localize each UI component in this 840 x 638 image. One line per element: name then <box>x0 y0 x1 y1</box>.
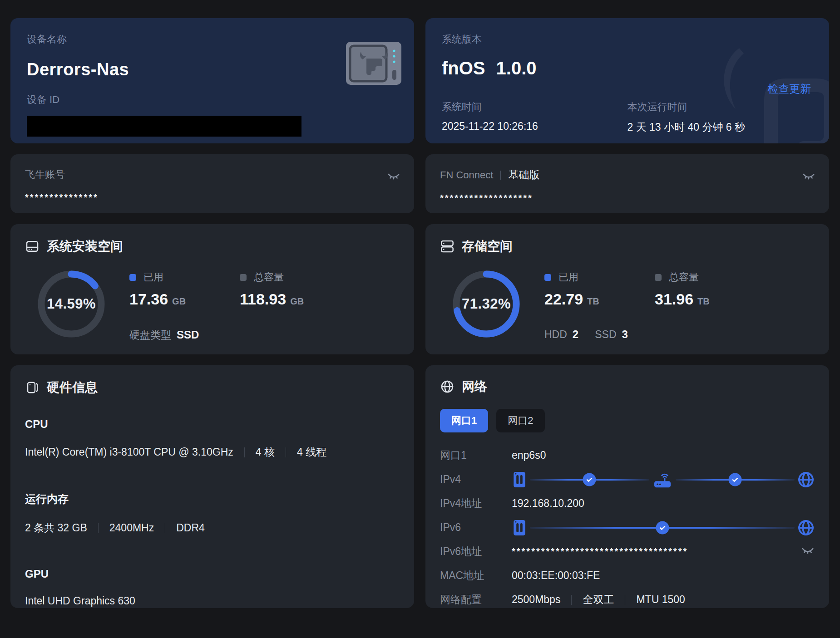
network-card: 网络 网口1 网口2 网口1 enp6s0 IPv4 <box>425 365 829 608</box>
os-version: 1.0.0 <box>496 58 537 79</box>
total-label: 总容量 <box>254 270 284 284</box>
ipv4-label: IPv4 <box>440 473 512 486</box>
mac-address-label: MAC地址 <box>440 569 512 583</box>
fn-connect-card: FN Connect 基础版 ******************* <box>425 154 829 213</box>
storage-icon <box>440 239 455 254</box>
fn-account-card: 飞牛账号 *************** <box>10 154 414 213</box>
used-label: 已用 <box>143 270 163 284</box>
link-segment <box>530 479 649 481</box>
system-space-title: 系统安装空间 <box>47 238 123 255</box>
hardware-card: 硬件信息 CPU Intel(R) Core(TM) i3-8100T CPU … <box>10 365 414 608</box>
ipv6-status-row: IPv6 <box>440 515 815 540</box>
check-circle-icon <box>583 473 596 486</box>
dashboard: 设备名称 Derrors-Nas 设备 ID 系统版本 <box>10 18 829 608</box>
hardware-title: 硬件信息 <box>47 379 98 396</box>
router-icon <box>652 471 673 489</box>
total-value: 118.93 <box>240 290 286 308</box>
ssd-label: SSD <box>595 329 616 341</box>
fn-account-label: 飞牛账号 <box>25 168 65 182</box>
status-led-dots <box>393 49 395 63</box>
fn-connect-label: FN Connect <box>440 169 493 181</box>
total-legend-swatch <box>655 274 662 281</box>
storage-donut: 71.32% <box>450 268 523 340</box>
nas-icon <box>512 471 527 488</box>
divider <box>571 595 572 605</box>
interface-row: 网口1 enp6s0 <box>440 443 815 467</box>
device-card: 设备名称 Derrors-Nas 设备 ID <box>10 18 414 143</box>
used-legend-swatch <box>129 274 136 281</box>
total-unit: TB <box>697 296 710 307</box>
interface-value: enp6s0 <box>512 449 815 461</box>
divider <box>625 595 625 605</box>
ipv6-address-label: IPv6地址 <box>440 545 512 559</box>
mac-address-row: MAC地址 00:03:EE:00:03:FE <box>440 564 815 588</box>
used-value: 22.79 <box>544 290 583 308</box>
link-segment <box>530 527 795 529</box>
used-unit: TB <box>587 296 599 307</box>
duplex-mode: 全双工 <box>583 593 614 607</box>
ipv6-address-masked: ************************************ <box>512 546 815 557</box>
os-name: fnOS <box>442 58 485 79</box>
hardware-icon <box>25 380 40 395</box>
network-config-label: 网络配置 <box>440 593 512 607</box>
storage-percent: 71.32% <box>450 268 523 340</box>
internet-globe-icon <box>797 471 815 488</box>
used-value: 17.36 <box>129 290 168 308</box>
system-time-label: 系统时间 <box>442 100 628 114</box>
network-globe-icon <box>440 379 455 394</box>
eye-closed-icon[interactable] <box>802 170 815 185</box>
used-legend-swatch <box>544 274 551 281</box>
disk-type-value: SSD <box>177 329 199 341</box>
hdd-count: 2 <box>573 328 578 341</box>
cpu-model: Intel(R) Core(TM) i3-8100T CPU @ 3.10GHz <box>25 446 233 458</box>
system-space-percent: 14.59% <box>35 268 108 340</box>
divider <box>244 447 245 457</box>
divider <box>500 171 501 180</box>
divider <box>165 523 165 533</box>
check-circle-icon <box>656 521 669 534</box>
eye-closed-icon[interactable] <box>387 170 400 185</box>
link-segment <box>676 479 795 481</box>
used-label: 已用 <box>558 270 578 284</box>
fn-account-masked-value: *************** <box>25 192 400 203</box>
system-space-card: 系统安装空间 14.59% 已用 17 <box>10 224 414 354</box>
nas-icon <box>512 519 527 536</box>
tab-port-1[interactable]: 网口1 <box>440 409 488 432</box>
network-config-row: 网络配置 2500Mbps 全双工 MTU 1500 <box>440 588 815 608</box>
fn-connect-masked-value: ******************* <box>440 193 815 203</box>
ipv6-connectivity-diagram <box>512 519 815 536</box>
gpu-section-label: GPU <box>25 568 398 580</box>
power-button <box>392 70 396 80</box>
storage-space-title: 存储空间 <box>462 238 513 255</box>
ssd-count: 3 <box>622 328 628 341</box>
divider <box>98 523 99 533</box>
eye-closed-icon[interactable] <box>801 544 815 559</box>
cpu-cores: 4 核 <box>256 445 275 459</box>
system-version-card: 系统版本 fnOS 1.0.0 检查更新 系统时间 2025-11-22 10:… <box>425 18 829 143</box>
link-speed: 2500Mbps <box>512 594 560 606</box>
check-update-link[interactable]: 检查更新 <box>767 82 811 96</box>
cpu-threads: 4 线程 <box>297 445 326 459</box>
system-version-label: 系统版本 <box>442 33 813 46</box>
ram-type: DDR4 <box>176 522 205 534</box>
total-unit: GB <box>290 296 304 307</box>
device-name-label: 设备名称 <box>27 33 398 46</box>
system-space-donut: 14.59% <box>35 268 108 340</box>
tab-port-2[interactable]: 网口2 <box>496 409 544 432</box>
disk-type-label: 硬盘类型 <box>129 328 171 342</box>
ipv4-status-row: IPv4 <box>440 467 815 491</box>
gpu-model: Intel UHD Graphics 630 <box>25 595 135 607</box>
device-name: Derrors-Nas <box>27 60 398 79</box>
mac-address-value: 00:03:EE:00:03:FE <box>512 569 815 582</box>
network-title: 网络 <box>462 378 487 395</box>
ram-size: 2 条共 32 GB <box>25 521 87 535</box>
ipv4-address-row: IPv4地址 192.168.10.200 <box>440 491 815 515</box>
ram-section-label: 运行内存 <box>25 492 398 506</box>
hdd-label: HDD <box>544 329 567 341</box>
uptime-value: 2 天 13 小时 40 分钟 6 秒 <box>628 120 813 134</box>
ipv6-label: IPv6 <box>440 521 512 534</box>
system-time-value: 2025-11-22 10:26:16 <box>442 120 628 133</box>
ipv4-address-value: 192.168.10.200 <box>512 497 815 510</box>
used-unit: GB <box>172 296 186 307</box>
mtu-value: MTU 1500 <box>636 594 685 606</box>
